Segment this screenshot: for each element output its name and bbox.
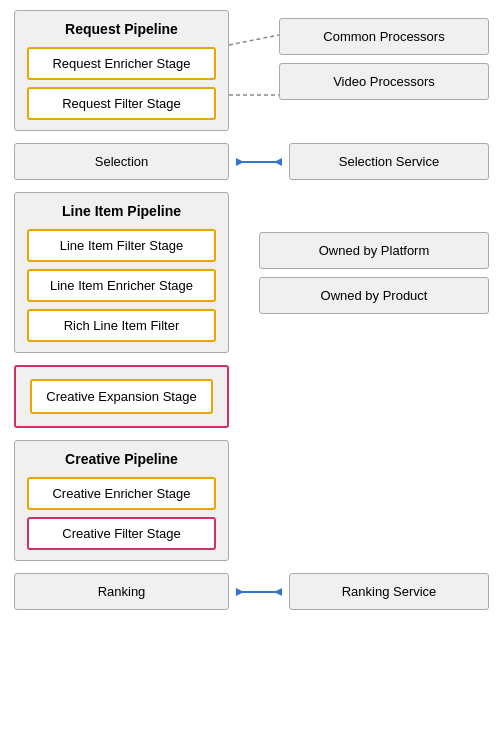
svg-marker-7 xyxy=(274,588,282,596)
ranking-box: Ranking xyxy=(14,573,229,610)
svg-marker-6 xyxy=(236,588,244,596)
creative-enricher-stage: Creative Enricher Stage xyxy=(27,477,216,510)
ranking-section: Ranking Ranking Service xyxy=(14,573,489,610)
common-processors-box: Common Processors xyxy=(279,18,489,55)
request-enricher-stage: Request Enricher Stage xyxy=(27,47,216,80)
dotted-connector-area xyxy=(229,10,279,131)
creative-pipeline-section: Creative Pipeline Creative Enricher Stag… xyxy=(14,440,489,561)
svg-marker-4 xyxy=(274,158,282,166)
request-pipeline-section: Request Pipeline Request Enricher Stage … xyxy=(14,10,489,131)
processors-column: Common Processors Video Processors xyxy=(279,10,489,100)
lineitem-pipeline-section: Line Item Pipeline Line Item Filter Stag… xyxy=(14,192,489,353)
selection-service-box: Selection Service xyxy=(289,143,489,180)
legend-column: Owned by Platform Owned by Product xyxy=(229,192,489,314)
bidirectional-arrow xyxy=(234,152,284,172)
creative-expansion-inner: Creative Expansion Stage xyxy=(30,379,213,414)
lineitem-enricher-stage: Line Item Enricher Stage xyxy=(27,269,216,302)
arrow-svg xyxy=(234,152,284,172)
lineitem-pipeline-title: Line Item Pipeline xyxy=(27,203,216,219)
rich-lineitem-filter: Rich Line Item Filter xyxy=(27,309,216,342)
svg-marker-3 xyxy=(236,158,244,166)
creative-pipeline-title: Creative Pipeline xyxy=(27,451,216,467)
ranking-service-box: Ranking Service xyxy=(289,573,489,610)
owned-by-platform-box: Owned by Platform xyxy=(259,232,489,269)
ranking-arrow xyxy=(229,582,289,602)
lineitem-pipeline-box: Line Item Pipeline Line Item Filter Stag… xyxy=(14,192,229,353)
creative-filter-stage: Creative Filter Stage xyxy=(27,517,216,550)
selection-section: Selection Selection Service xyxy=(14,143,489,180)
creative-expansion-outer: Creative Expansion Stage xyxy=(14,365,229,428)
request-pipeline-box: Request Pipeline Request Enricher Stage … xyxy=(14,10,229,131)
ranking-arrow-svg xyxy=(234,582,284,602)
request-pipeline-title: Request Pipeline xyxy=(27,21,216,37)
creative-pipeline-box: Creative Pipeline Creative Enricher Stag… xyxy=(14,440,229,561)
lineitem-filter-stage: Line Item Filter Stage xyxy=(27,229,216,262)
selection-box: Selection xyxy=(14,143,229,180)
dotted-lines-svg xyxy=(229,10,279,130)
selection-arrow xyxy=(229,152,289,172)
creative-expansion-section: Creative Expansion Stage xyxy=(14,365,489,428)
request-filter-stage: Request Filter Stage xyxy=(27,87,216,120)
video-processors-box: Video Processors xyxy=(279,63,489,100)
owned-by-product-box: Owned by Product xyxy=(259,277,489,314)
svg-line-0 xyxy=(229,35,279,45)
diagram: Request Pipeline Request Enricher Stage … xyxy=(0,0,503,620)
